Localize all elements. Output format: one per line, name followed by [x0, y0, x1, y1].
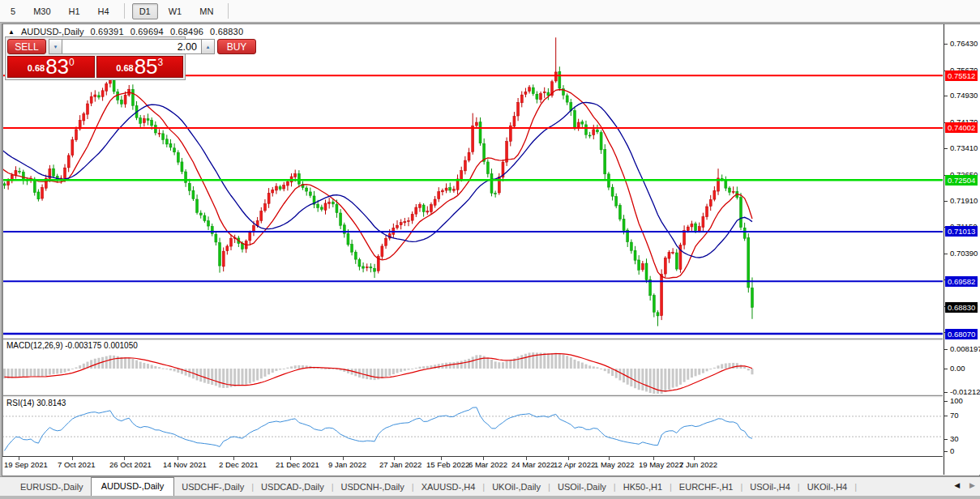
timeframe-button-h4[interactable]: H4 [91, 3, 117, 19]
tab-ukoil-h4[interactable]: UKOil-,H4 [800, 479, 855, 495]
level-price-label: 0.71013 [945, 226, 978, 237]
buy-price-big: 85 [135, 57, 158, 76]
buy-price-prefix: 0.68 [116, 60, 133, 76]
level-price-label: 0.68070 [945, 329, 978, 339]
tab-hk50-h1[interactable]: HK50-,H1 [616, 479, 670, 495]
timeframe-toolbar: 5M30H1H4D1W1MN [0, 0, 980, 23]
timeframe-button-h1[interactable]: H1 [62, 3, 88, 19]
tab-scroll-right-icon[interactable]: ▶ [969, 481, 975, 489]
sell-price-tile[interactable]: 0.68 83 0 [7, 56, 95, 78]
tab-scroll-left-icon[interactable]: ◀ [954, 481, 960, 489]
tab-eurchf-h1[interactable]: EURCHF-,H1 [672, 479, 741, 495]
axis-tick-mark [944, 451, 948, 452]
tab-audusd-daily[interactable]: AUDUSD-,Daily [91, 477, 175, 496]
date-label: 7 Jun 2022 [679, 460, 717, 469]
chevron-up-icon: ▲ [206, 45, 211, 49]
rsi-tick-label: 70 [950, 411, 959, 420]
axis-tick-mark [944, 439, 948, 440]
date-label: 19 Sep 2021 [4, 460, 48, 469]
time-axis: 19 Sep 20217 Oct 202126 Oct 202114 Nov 2… [2, 457, 943, 474]
axis-tick-mark [944, 148, 948, 149]
sell-price-big: 83 [45, 57, 69, 76]
date-label: 26 Oct 2021 [109, 460, 152, 469]
buy-button[interactable]: BUY [217, 39, 256, 54]
volume-increase-button[interactable]: ▲ [201, 39, 215, 54]
timeframe-button-5[interactable]: 5 [3, 3, 23, 19]
chart-tab-bar: EURUSD-,DailyAUDUSD-,DailyUSDCHF-,Daily|… [0, 476, 980, 496]
date-label: 6 Mar 2022 [469, 460, 507, 469]
timeframe-button-w1[interactable]: W1 [161, 3, 190, 19]
tab-xauusd-h4[interactable]: XAUUSD-,H4 [414, 479, 483, 495]
level-price-label: 0.74002 [945, 122, 978, 133]
price-tick-label: 0.70390 [950, 249, 978, 258]
level-price-label: 0.72504 [945, 175, 978, 186]
level-price-label: 0.69582 [945, 276, 978, 287]
price-tick-label: 0.76430 [950, 39, 978, 48]
level-price-label: 0.75512 [945, 70, 978, 81]
axis-tick-mark [944, 369, 948, 369]
sell-price-pip: 0 [69, 58, 75, 67]
price-chart-canvas [2, 24, 943, 475]
timeframe-button-mn[interactable]: MN [192, 3, 220, 19]
toolbar-separator [124, 3, 125, 19]
axis-tick-mark [944, 254, 948, 254]
buy-price-tile[interactable]: 0.68 85 3 [96, 56, 184, 78]
date-label: 19 May 2022 [639, 460, 683, 469]
rsi-tick-label: 100 [950, 396, 963, 405]
tab-usdcnh-daily[interactable]: USDCNH-,Daily [334, 479, 412, 495]
price-tick-label: 0.73410 [950, 143, 978, 152]
collapse-triangle-icon[interactable]: ▲ [8, 28, 15, 36]
axis-tick-mark [944, 392, 948, 393]
tab-eurusd-daily[interactable]: EURUSD-,Daily [13, 479, 91, 495]
mt4-app: 5M30H1H4D1W1MN ▲ AUDUSD-,Daily 0.69391 0… [0, 0, 980, 499]
ohlc-low: 0.68496 [170, 27, 203, 36]
price-tick-label: 0.74930 [950, 91, 978, 100]
date-label: 12 Apr 2022 [554, 460, 595, 469]
macd-tick-label: 0.00 [950, 364, 965, 373]
date-label: 9 Jan 2022 [328, 460, 366, 469]
macd-indicator-label: MACD(12,26,9) -0.003175 0.001050 [6, 341, 138, 350]
tab-usoil-daily[interactable]: USOil-,Daily [550, 479, 614, 495]
ohlc-close: 0.68830 [210, 27, 243, 36]
axis-tick-mark [944, 44, 948, 45]
tab-scroll-arrows: ◀▶ [954, 481, 975, 489]
date-label: 27 Jan 2022 [379, 460, 422, 469]
date-label: 1 May 2022 [594, 460, 635, 469]
volume-decrease-button[interactable]: ▼ [49, 39, 62, 54]
date-label: 14 Nov 2021 [163, 460, 207, 469]
date-label: 2 Dec 2021 [219, 460, 259, 469]
toolbar-separator [228, 3, 229, 19]
date-label: 15 Feb 2022 [426, 460, 469, 469]
tab-ukoil-daily[interactable]: UKOil-,Daily [485, 479, 548, 495]
macd-tick-label: -0.012123 [950, 387, 980, 396]
tab-usoil-h4[interactable]: USOil-,H4 [742, 479, 798, 495]
tab-usdchf-daily[interactable]: USDCHF-,Daily [174, 479, 251, 495]
axis-tick-mark [944, 96, 948, 96]
rsi-tick-label: 0 [950, 446, 954, 455]
axis-tick-mark [944, 349, 948, 350]
axis-tick-mark [944, 401, 948, 402]
one-click-trading-panel: SELL ▼ ▲ BUY 0.68 83 0 0.68 85 3 [5, 36, 186, 80]
axis-tick-mark [944, 416, 948, 416]
tab-usdcad-daily[interactable]: USDCAD-,Daily [254, 479, 332, 495]
ohlc-high: 0.69694 [131, 27, 164, 36]
rsi-indicator-label: RSI(14) 30.8143 [6, 399, 66, 407]
chevron-down-icon: ▼ [53, 45, 58, 49]
sell-button[interactable]: SELL [7, 39, 46, 54]
timeframe-button-m30[interactable]: M30 [26, 3, 58, 19]
timeframe-button-d1[interactable]: D1 [132, 3, 158, 19]
axis-tick-mark [944, 201, 948, 202]
chart-title-row: ▲ AUDUSD-,Daily 0.69391 0.69694 0.68496 … [8, 27, 243, 36]
buy-price-pip: 3 [158, 58, 164, 67]
volume-input[interactable] [62, 39, 201, 54]
sell-price-prefix: 0.68 [28, 60, 45, 76]
date-label: 7 Oct 2021 [58, 460, 95, 469]
price-tick-label: 0.71910 [950, 196, 978, 205]
symbol-period-label: AUDUSD-,Daily [21, 27, 84, 36]
date-label: 24 Mar 2022 [511, 460, 554, 469]
tab-separator: | [854, 482, 857, 492]
macd-tick-label: 0.008197 [950, 344, 980, 353]
ohlc-open: 0.69391 [91, 27, 124, 36]
current-price-label: 0.68830 [945, 302, 978, 313]
date-label: 21 Dec 2021 [276, 460, 319, 469]
